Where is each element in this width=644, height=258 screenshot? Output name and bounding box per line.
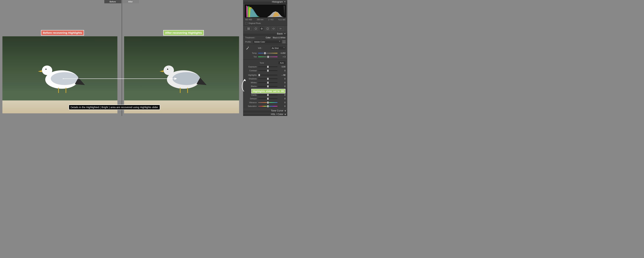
treatment-row: Treatment : Color Black & White (243, 35, 287, 39)
checkbox-icon[interactable] (245, 22, 248, 24)
svg-point-3 (46, 69, 46, 70)
dehaze-row: Dehaze 0 (243, 97, 287, 101)
tint-value[interactable]: + 3 (279, 56, 286, 58)
vibrance-value[interactable]: 0 (279, 101, 286, 104)
arrow-to-slider (241, 79, 247, 92)
shadows-slider[interactable] (258, 78, 278, 79)
exposure-slider[interactable] (258, 66, 278, 67)
spot-tool-icon[interactable] (254, 27, 258, 31)
exposure-row: Exposure 0.00 (243, 65, 287, 69)
svg-marker-28 (243, 79, 246, 81)
chevron-down-icon: ▼ (284, 33, 286, 35)
tint-label: Tint (245, 56, 257, 58)
highlights-value[interactable]: – 90 (279, 74, 286, 76)
radial-tool-icon[interactable] (272, 27, 276, 31)
saturation-label: Saturation (245, 105, 257, 107)
treatment-color[interactable]: Color (266, 36, 270, 39)
blacks-row: Blacks 0 (243, 84, 287, 88)
profile-browser-icon[interactable] (282, 40, 286, 43)
svg-rect-23 (267, 28, 268, 30)
svg-rect-14 (187, 88, 188, 93)
whites-value[interactable]: 0 (279, 81, 286, 84)
tint-row: Tint + 3 (243, 55, 287, 60)
saturation-slider[interactable] (258, 105, 278, 107)
profile-row: Profile : Adobe Color ⇅ (243, 39, 287, 44)
brush-tool-icon[interactable] (277, 27, 284, 31)
chevron-left-icon: ◀ (284, 110, 286, 112)
highlights-row: Highlights – 90 (243, 72, 287, 77)
exposure-value[interactable]: 0.00 (279, 66, 286, 68)
temp-row: Temp 4,450 (243, 51, 287, 55)
blacks-slider[interactable] (258, 86, 278, 87)
callout-before: Before recovering Highlights (41, 30, 84, 36)
photo-after[interactable] (124, 36, 239, 113)
svg-rect-13 (180, 88, 180, 93)
bird-before (32, 57, 88, 96)
arrow-compare (63, 77, 177, 80)
callout-detail: Details in the Highlighted ( Bright ) ar… (69, 105, 160, 110)
crop-tool-icon[interactable] (245, 27, 252, 31)
dehaze-label: Dehaze (245, 98, 257, 100)
tab-after[interactable]: After (122, 0, 139, 3)
svg-point-8 (164, 65, 174, 75)
saturation-value[interactable]: 0 (279, 105, 286, 107)
histogram-header[interactable]: Histogram ▼ (243, 0, 287, 3)
svg-point-20 (255, 28, 257, 30)
wb-dropdown[interactable]: As Shot ⇅ (271, 47, 286, 50)
vibrance-label: Vibrance (245, 101, 257, 104)
tonecurve-header[interactable]: Tone Curve ◀ (243, 109, 287, 113)
temp-slider[interactable] (258, 52, 278, 54)
bird-after (154, 57, 209, 96)
tone-title: Tone (245, 62, 278, 64)
blacks-value[interactable]: 0 (279, 85, 286, 87)
updown-icon: ⇅ (284, 47, 285, 48)
clarity-label: Clarity (245, 94, 257, 96)
tone-head: Tone Auto (243, 60, 287, 65)
contrast-row: Contrast 0 (243, 69, 287, 72)
highlights-slider[interactable] (258, 74, 278, 76)
photo-before[interactable] (2, 36, 118, 113)
exposure-label: Exposure (245, 66, 257, 68)
chevron-left-icon: ◀ (284, 113, 286, 115)
clarity-slider[interactable] (258, 94, 278, 96)
original-photo-row[interactable]: Original Photo (243, 21, 287, 26)
vibrance-slider[interactable] (258, 102, 278, 103)
wb-value: As Shot (272, 47, 278, 49)
tint-slider[interactable] (258, 56, 278, 57)
histogram-title: Histogram (272, 0, 283, 3)
svg-point-25 (280, 28, 281, 29)
meta-iso: ISO 400 (245, 19, 252, 21)
contrast-slider[interactable] (258, 70, 278, 71)
updown-icon: ⇅ (279, 40, 280, 42)
treatment-bw[interactable]: Black & White (273, 36, 286, 39)
whites-slider[interactable] (258, 82, 278, 83)
contrast-value[interactable]: 0 (279, 69, 286, 72)
split-divider[interactable] (122, 0, 122, 116)
eyedropper-icon[interactable] (245, 46, 250, 50)
callout-slider: Highlights slider set to -90 (251, 89, 286, 93)
svg-point-9 (170, 68, 170, 68)
wb-row: WB : As Shot ⇅ (243, 44, 287, 51)
hsl-header[interactable]: HSL / Color ◀ (243, 113, 287, 116)
gradient-tool-icon[interactable] (266, 27, 270, 31)
saturation-row: Saturation 0 (243, 104, 287, 109)
tonecurve-title: Tone Curve (271, 109, 283, 112)
local-tools (243, 26, 287, 32)
shadows-value[interactable]: 0 (279, 78, 286, 80)
svg-point-11 (168, 66, 168, 67)
basic-header[interactable]: Basic ▼ (243, 32, 287, 36)
redeye-tool-icon[interactable] (260, 27, 264, 31)
basic-title: Basic (277, 32, 283, 35)
original-photo-label: Original Photo (248, 22, 261, 24)
shadows-row: Shadows 0 (243, 77, 287, 81)
auto-button[interactable]: Auto (278, 61, 286, 64)
tab-before[interactable]: Before (104, 0, 121, 3)
meta-aperture: ƒ / 4.0 (268, 19, 274, 21)
profile-dropdown[interactable]: Adobe Color ⇅ (253, 40, 282, 43)
meta-focal: 200 mm (257, 19, 264, 21)
dehaze-value[interactable]: 0 (279, 98, 286, 100)
histogram-chart[interactable] (245, 4, 286, 17)
dehaze-slider[interactable] (258, 98, 278, 99)
temp-value[interactable]: 4,450 (279, 52, 286, 54)
clarity-value[interactable]: 0 (279, 94, 286, 96)
